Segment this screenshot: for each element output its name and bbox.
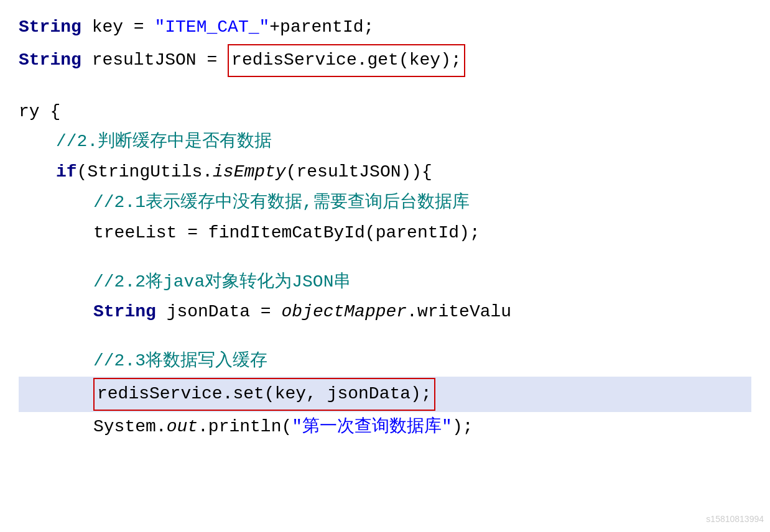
code-line-5: //2.判断缓存中是否有数据 <box>19 127 751 157</box>
keyword-string-1: String <box>19 14 81 42</box>
code-container: String key = "ITEM_CAT_" +parentId; Stri… <box>0 0 770 532</box>
code-text-15b: .println( <box>198 413 292 441</box>
keyword-string-11: String <box>93 298 156 326</box>
code-line-4: ry { <box>19 97 751 127</box>
code-text-11: jsonData = <box>156 298 282 326</box>
string-literal-1: "ITEM_CAT_" <box>154 14 269 42</box>
code-line-empty-3 <box>19 328 751 346</box>
code-line-empty-1 <box>19 78 751 97</box>
code-text-6b: (resultJSON)){ <box>286 158 432 186</box>
code-text-1b: +parentId; <box>269 14 374 42</box>
watermark: s15810813994 <box>706 512 764 526</box>
code-text-8: treeList = findItemCatById(parentId); <box>93 219 480 247</box>
code-line-8: treeList = findItemCatById(parentId); <box>19 218 751 249</box>
string-literal-15: "第一次查询数据库" <box>292 413 452 441</box>
boxed-expression-1: redisService.get(key); <box>228 44 465 77</box>
comment-10: //2.2将java对象转化为JSON串 <box>93 268 351 296</box>
comment-7: //2.1表示缓存中没有数据,需要查询后台数据库 <box>93 189 470 217</box>
code-text-11b: .writeValu <box>407 298 511 326</box>
code-line-2: String resultJSON = redisService.get(key… <box>19 43 751 78</box>
code-text-2: resultJSON = <box>81 47 228 75</box>
code-line-14: redisService.set(key, jsonData); <box>19 377 751 412</box>
code-line-6: if (StringUtils. isEmpty (resultJSON)){ <box>19 157 751 188</box>
code-text-1: key = <box>81 14 155 42</box>
italic-isEmpty: isEmpty <box>213 158 286 186</box>
code-line-1: String key = "ITEM_CAT_" +parentId; <box>19 12 751 43</box>
boxed-expression-2: redisService.set(key, jsonData); <box>93 378 435 411</box>
code-text-15c: ); <box>452 413 473 441</box>
comment-5: //2.判断缓存中是否有数据 <box>56 128 272 156</box>
italic-objectMapper: objectMapper <box>281 298 407 326</box>
code-line-7: //2.1表示缓存中没有数据,需要查询后台数据库 <box>19 188 751 218</box>
code-line-13: //2.3将数据写入缓存 <box>19 346 751 377</box>
italic-out: out <box>167 413 198 441</box>
keyword-if: if <box>56 158 77 186</box>
code-line-11: String jsonData = objectMapper .writeVal… <box>19 297 751 328</box>
code-line-10: //2.2将java对象转化为JSON串 <box>19 267 751 298</box>
code-line-15: System. out .println( "第一次查询数据库" ); <box>19 412 751 443</box>
keyword-string-2: String <box>19 47 81 75</box>
code-text-15a: System. <box>93 413 167 441</box>
code-line-empty-2 <box>19 249 751 267</box>
code-text-4: ry { <box>19 98 60 126</box>
code-text-6: (StringUtils. <box>77 158 213 186</box>
comment-13: //2.3将数据写入缓存 <box>93 347 267 375</box>
